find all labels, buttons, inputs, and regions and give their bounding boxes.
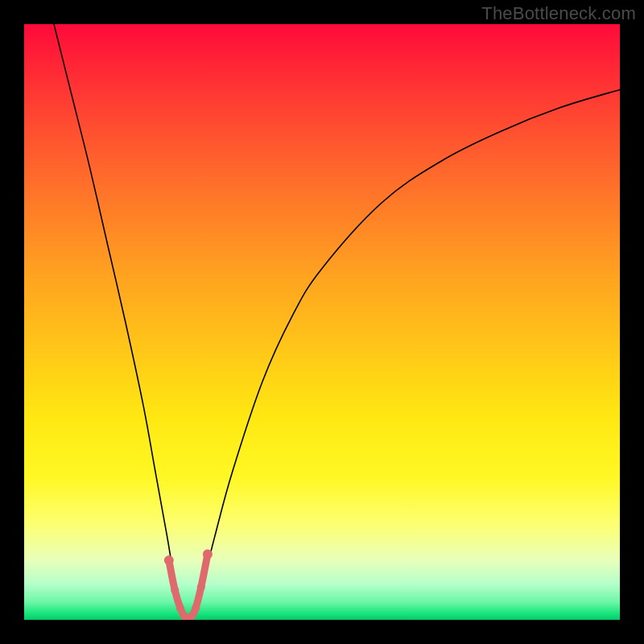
highlight-dot xyxy=(176,604,184,612)
chart-svg xyxy=(24,24,620,620)
chart-layer xyxy=(54,24,620,620)
highlight-dot xyxy=(197,583,205,591)
plot-area xyxy=(24,24,620,620)
highlight-dot xyxy=(203,550,213,559)
chart-frame: TheBottleneck.com xyxy=(0,0,644,644)
watermark-text: TheBottleneck.com xyxy=(481,3,636,24)
bottleneck-curve xyxy=(54,24,620,620)
highlight-dot xyxy=(164,555,174,565)
highlight-dot xyxy=(171,586,179,594)
highlight-dot xyxy=(192,604,200,612)
